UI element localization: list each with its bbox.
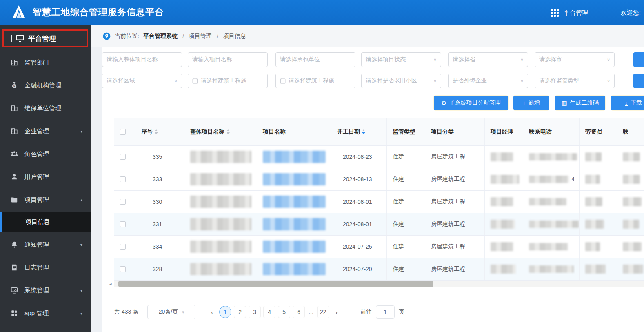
main-area: 当前位置: 平台管理系统 / 项目管理 / 项目信息 请输入整体项目名称请输入项… xyxy=(91,25,644,332)
action-button-2[interactable]: ▦生成二维码 xyxy=(555,96,605,110)
row-checkbox[interactable] xyxy=(120,154,126,160)
action-button-0[interactable]: ⚙子系统项目分配管理 xyxy=(434,96,508,110)
table-header-cell-4[interactable]: 开工日期 xyxy=(331,118,387,145)
sort-icon[interactable] xyxy=(362,129,365,134)
sort-icon[interactable] xyxy=(227,129,230,134)
sidebar-item-label: 金融机构管理 xyxy=(24,82,61,89)
monitor-icon xyxy=(11,287,18,294)
page-number-5[interactable]: 5 xyxy=(278,306,290,318)
breadcrumb-item-project-management[interactable]: 项目管理 xyxy=(189,33,212,40)
row-checkbox[interactable] xyxy=(120,221,126,227)
sidebar-item-4[interactable]: 角色管理 xyxy=(0,145,91,163)
search-button-clipped[interactable] xyxy=(633,52,644,67)
welcome-text: 欢迎您: xyxy=(621,9,641,17)
redacted-overall-project-name xyxy=(190,173,251,185)
filter-input-0[interactable]: 请输入整体项目名称 xyxy=(102,52,182,67)
sort-icon[interactable] xyxy=(155,129,158,134)
page-number-1[interactable]: 1 xyxy=(219,306,231,318)
redacted-project-name-link[interactable] xyxy=(263,196,326,208)
header-platform-label[interactable]: 平台管理 xyxy=(564,9,588,17)
table-header-cell-1[interactable]: 序号 xyxy=(135,118,184,145)
prev-page-button[interactable]: ‹ xyxy=(206,309,218,316)
cell-supervision-type: 住建 xyxy=(393,265,404,273)
apps-grid-icon[interactable] xyxy=(551,9,559,17)
sidebar-item-3[interactable]: 企业管理▾ xyxy=(0,122,91,140)
next-page-button[interactable]: › xyxy=(331,309,342,316)
table-header-cell-2[interactable]: 整体项目名称 xyxy=(184,118,257,145)
search-button-clipped[interactable] xyxy=(633,74,644,88)
table-cell: 2024-07-25 xyxy=(331,236,387,258)
goto-label: 前往 xyxy=(360,308,372,316)
sidebar-subitem-项目信息[interactable]: 项目信息 xyxy=(0,212,91,232)
filter-select-3[interactable]: 请选择项目状态∨ xyxy=(361,52,441,67)
redacted-project-name-link[interactable] xyxy=(263,151,326,163)
redacted-overall-project-name xyxy=(190,263,251,275)
building-icon xyxy=(11,127,18,135)
action-button-3[interactable]: ↓下载 xyxy=(611,96,644,110)
sidebar-item-7[interactable]: 通知管理▾ xyxy=(0,235,91,254)
breadcrumb-prefix: 当前位置: xyxy=(115,33,139,40)
sidebar-item-0[interactable]: 监管部门 xyxy=(0,53,91,72)
table-cell xyxy=(257,236,331,258)
page-number-4[interactable]: 4 xyxy=(263,306,275,318)
table-header-cell-9: 劳资员 xyxy=(580,118,617,145)
download-icon: ↓ xyxy=(625,100,628,106)
action-button-1[interactable]: +新增 xyxy=(513,96,549,110)
scrollbar-thumb[interactable] xyxy=(118,281,433,287)
sidebar-item-label: 日志管理 xyxy=(24,264,49,272)
page-number-2[interactable]: 2 xyxy=(234,306,246,318)
pagination-total: 共 433 条 xyxy=(114,308,138,316)
page-number-3[interactable]: 3 xyxy=(249,306,261,318)
filter-select-5[interactable]: 请选择监管类型∨ xyxy=(535,74,615,88)
sidebar-item-label: 角色管理 xyxy=(24,150,49,158)
filter-input-1[interactable]: 请输入项目名称 xyxy=(188,52,268,67)
redacted-project-name-link[interactable] xyxy=(263,241,326,253)
sidebar-item-5[interactable]: 用户管理 xyxy=(0,167,91,186)
page-number-6[interactable]: 6 xyxy=(293,306,305,318)
column-label: 项目分类 xyxy=(431,128,454,136)
row-checkbox[interactable] xyxy=(120,199,126,205)
redacted-project-name-link[interactable] xyxy=(263,173,326,185)
sidebar-item-2[interactable]: 维保单位管理 xyxy=(0,99,91,118)
table-cell xyxy=(114,236,135,258)
row-checkbox[interactable] xyxy=(120,266,126,272)
scroll-left-arrow-icon[interactable]: ◂ xyxy=(109,281,112,287)
row-checkbox[interactable] xyxy=(120,176,126,182)
redacted-project-name-link[interactable] xyxy=(263,263,326,275)
filter-select-2[interactable]: 请选择建筑工程施 xyxy=(275,74,355,88)
sidebar-item-10[interactable]: app 管理▾ xyxy=(0,304,91,323)
redacted-extra xyxy=(623,220,639,229)
chevron-down-icon: ▾ xyxy=(80,243,82,247)
sidebar-item-9[interactable]: 系统管理▾ xyxy=(0,281,91,300)
cell-seq: 333 xyxy=(153,176,162,183)
table-cell xyxy=(485,213,523,235)
filter-select-4[interactable]: 请选择省∨ xyxy=(448,52,528,67)
cell-project-category: 房屋建筑工程 xyxy=(431,198,465,205)
sidebar-item-8[interactable]: 日志管理 xyxy=(0,258,91,277)
filter-select-3[interactable]: 请选择是否老旧小区∨ xyxy=(361,74,441,88)
filter-input-2[interactable]: 请选择承包单位 xyxy=(275,52,355,67)
page-number-22[interactable]: 22 xyxy=(317,306,329,318)
table-cell: 住建 xyxy=(387,213,425,235)
table-cell: 住建 xyxy=(387,258,425,280)
filter-select-1[interactable]: 请选择建筑工程施 xyxy=(188,74,268,88)
filter-select-0[interactable]: 请选择区域∨ xyxy=(102,74,182,88)
table-cell xyxy=(523,236,580,258)
select-all-checkbox[interactable] xyxy=(120,129,126,135)
redacted-labor-officer xyxy=(585,265,606,274)
sidebar-root-platform-management[interactable]: 平台管理 xyxy=(2,29,88,47)
sidebar-item-1[interactable]: ¥金融机构管理 xyxy=(0,76,91,95)
goto-page-input[interactable] xyxy=(376,305,395,319)
table-cell: 2024-08-01 xyxy=(331,191,387,213)
row-checkbox[interactable] xyxy=(120,244,126,250)
redacted-project-name-link[interactable] xyxy=(263,218,326,230)
table-cell: 房屋建筑工程 xyxy=(425,236,485,258)
filter-select-4[interactable]: 是否外埠企业∨ xyxy=(448,74,528,88)
breadcrumb-item-project-info[interactable]: 项目信息 xyxy=(223,33,246,40)
chevron-up-icon: ▴ xyxy=(80,198,82,202)
breadcrumb-root[interactable]: 平台管理系统 xyxy=(143,33,178,40)
filter-select-5[interactable]: 请选择市∨ xyxy=(535,52,615,67)
sidebar-item-6[interactable]: 项目管理▴ xyxy=(0,190,91,209)
horizontal-scrollbar[interactable]: ◂ xyxy=(114,281,644,287)
page-size-select[interactable]: 20条/页 ▾ xyxy=(147,305,195,319)
